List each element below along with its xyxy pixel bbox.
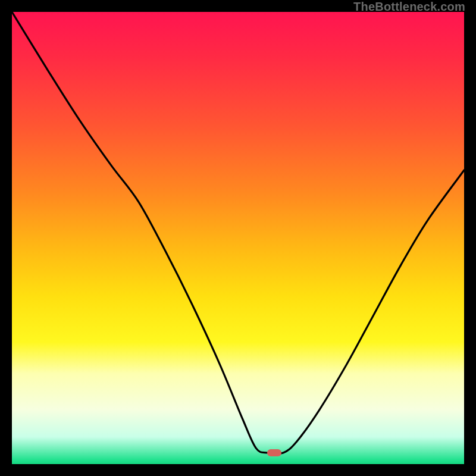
bottleneck-curve — [12, 12, 464, 454]
curve-svg — [12, 12, 464, 464]
chart-container: TheBottleneck.com — [0, 0, 476, 476]
plot-area — [12, 12, 464, 464]
optimum-marker — [267, 449, 281, 456]
